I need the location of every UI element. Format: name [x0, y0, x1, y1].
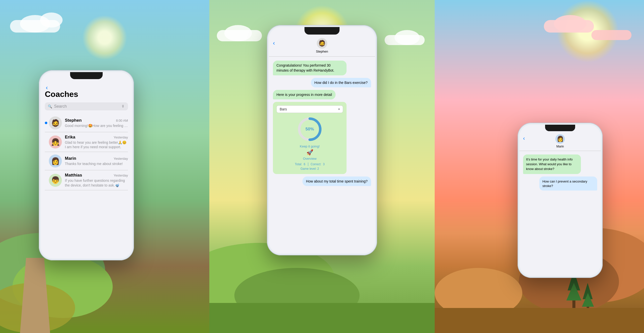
coach-message-erika: Glad to hear you are feeling better🙏😊I a…: [65, 140, 128, 149]
search-placeholder-text: Search: [54, 104, 119, 109]
chat-text-right-user: How can I prevent a secondary stroke?: [542, 180, 587, 188]
exercise-dropdown-label: Bars: [280, 107, 287, 111]
coach-time-erika: Yesterday: [114, 135, 128, 139]
chat-bubble-bot-2: Here is your progress in more detail: [273, 90, 336, 99]
chat-avatar-right: 👩: [555, 134, 565, 144]
coach-avatar-stephen: 🧔: [49, 116, 62, 129]
coach-message-marin: Thanks for teaching me about stroke!: [65, 161, 128, 166]
chat-messages-right: It's time for your daily health info ses…: [520, 151, 601, 276]
chat-bubble-bot-1: Congratulations! You performed 30 minute…: [273, 61, 347, 75]
mic-icon[interactable]: 🎙: [121, 104, 125, 108]
coach-list: 🧔 Stephen 8:00 AM Good morning!🤩How are …: [45, 114, 128, 190]
chat-back-center[interactable]: ‹: [273, 40, 275, 47]
coach-item-matthias[interactable]: 👦 Matthias Yesterday If you have further…: [45, 170, 128, 190]
chat-bubble-right-bot: It's time for your daily health info ses…: [523, 154, 581, 174]
coach-name-stephen: Stephen: [65, 118, 82, 123]
chat-text-bot-2: Here is your progress in more detail: [276, 93, 332, 97]
coach-time-marin: Yesterday: [114, 157, 128, 160]
overview-link[interactable]: Overview: [276, 157, 343, 160]
chat-text-user-2: How about my total time spent training?: [306, 179, 368, 183]
game-level: Game level: 2: [276, 167, 343, 171]
chevron-down-icon: ▾: [338, 107, 340, 111]
chat-back-right[interactable]: ‹: [523, 135, 525, 142]
chat-bubble-user-2: How about my total time spent training?: [302, 177, 371, 186]
coach-item-marin[interactable]: 👩 Marin Yesterday Thanks for teaching me…: [45, 152, 128, 170]
keep-going-text: Keep it going!: [276, 144, 343, 148]
phone-left: ‹ Coaches 🔍 Search 🎙 🧔 Stephen: [39, 70, 134, 260]
coach-name-marin: Marin: [65, 156, 76, 161]
chat-name-center: Stephen: [316, 50, 328, 53]
donut-label: 50%: [305, 127, 314, 132]
chat-avatar-center: 🧔: [317, 38, 327, 49]
chat-text-right-bot: It's time for your daily health info ses…: [526, 157, 573, 171]
coach-message-matthias: If you have further questions regarding …: [65, 178, 128, 187]
rocket-icon: 🚀: [276, 149, 343, 156]
coach-name-matthias: Matthias: [65, 173, 82, 178]
coach-time-stephen: 8:00 AM: [116, 119, 128, 122]
correct-stat: Correct: 3: [311, 162, 325, 166]
coach-avatar-erika: 👧: [49, 135, 62, 148]
coach-avatar-matthias: 👦: [49, 174, 62, 187]
progress-card: Bars ▾ 50% Keep it going! 🚀 Overview: [273, 102, 347, 174]
chat-bubble-user-1: How did I do in the Bars exercise?: [311, 78, 371, 87]
chat-text-bot-1: Congratulations! You performed 30 minute…: [276, 63, 334, 72]
chat-messages-center: Congratulations! You performed 30 minute…: [269, 57, 375, 253]
coaches-back-button[interactable]: ‹: [46, 84, 48, 91]
total-stat: Total: 6: [295, 162, 305, 166]
search-bar[interactable]: 🔍 Search 🎙: [45, 102, 128, 110]
coach-message-stephen: Good morning!🤩How are you feeling today?: [65, 123, 128, 128]
chat-bubble-right-user: How can I prevent a secondary stroke?: [539, 177, 597, 191]
coach-time-matthias: Yesterday: [114, 174, 128, 177]
coach-avatar-marin: 👩: [49, 154, 62, 168]
phone-center: ‹ 🧔 Stephen Congratulations! You perform…: [267, 25, 377, 255]
chat-text-user-1: How did I do in the Bars exercise?: [314, 81, 368, 85]
donut-chart: 50%: [296, 115, 324, 143]
stats-row: Total: 6 Correct: 3: [276, 162, 343, 166]
chat-name-right: Marin: [556, 145, 564, 148]
coaches-title: Coaches: [45, 90, 128, 99]
coach-item-stephen[interactable]: 🧔 Stephen 8:00 AM Good morning!🤩How are …: [45, 114, 128, 132]
coach-name-erika: Erika: [65, 135, 75, 140]
search-icon: 🔍: [48, 104, 52, 108]
coach-item-erika[interactable]: 👧 Erika Yesterday Glad to hear you are f…: [45, 132, 128, 152]
phone-right: ‹ 👩 Marin It's time for your daily healt…: [518, 123, 603, 278]
exercise-dropdown[interactable]: Bars ▾: [276, 105, 343, 113]
